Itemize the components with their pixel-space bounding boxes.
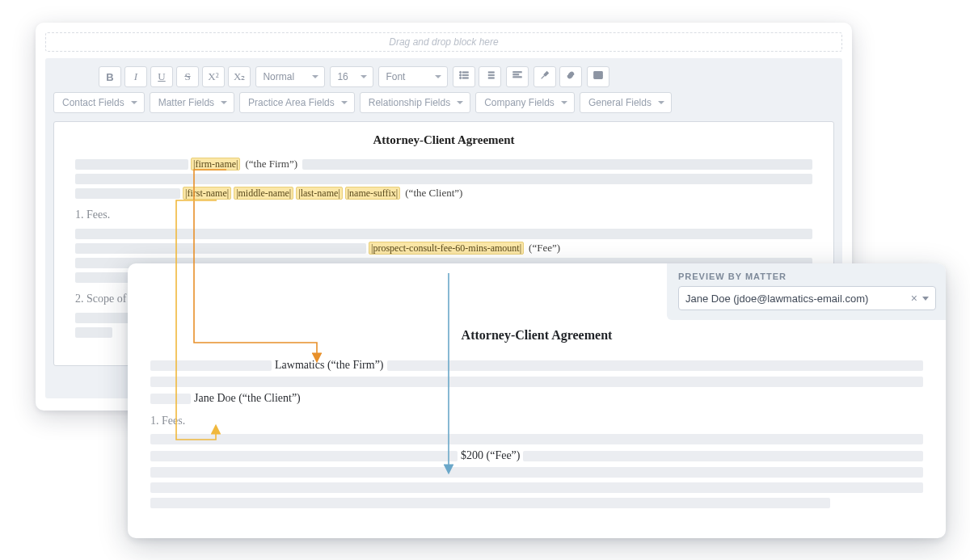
align-left-icon	[512, 69, 523, 84]
numbered-list-button[interactable]	[479, 66, 501, 87]
merge-token-consult-fee[interactable]: |prospect-consult-fee-60-mins-amount|	[369, 242, 524, 255]
svg-point-2	[460, 74, 462, 76]
link-icon	[565, 69, 576, 84]
merge-field-toolbar: Contact Fields Matter Fields Practice Ar…	[53, 92, 834, 113]
paragraph-style-select[interactable]: Normal	[255, 66, 325, 87]
preview-fee-line: $200 (“Fee”)	[461, 449, 520, 462]
svg-rect-10	[513, 74, 519, 75]
bullet-list-button[interactable]	[453, 66, 475, 87]
general-fields-menu[interactable]: General Fields	[580, 92, 672, 113]
format-toolbar: B I U S X² X₂ Normal 16 Font	[53, 66, 834, 87]
merge-token-name-suffix[interactable]: |name-suffix|	[345, 187, 401, 200]
svg-rect-7	[489, 74, 495, 75]
svg-rect-9	[513, 72, 522, 73]
svg-rect-1	[463, 72, 469, 73]
superscript-button[interactable]: X²	[202, 66, 225, 87]
matter-select-value: Jane Doe (jdoe@lawmatics-email.com)	[685, 293, 868, 305]
matter-fields-menu[interactable]: Matter Fields	[150, 92, 234, 113]
image-icon	[593, 69, 604, 84]
strike-button[interactable]: S	[176, 66, 199, 87]
subscript-button[interactable]: X₂	[228, 66, 251, 87]
font-family-select[interactable]: Font	[378, 66, 448, 87]
svg-rect-6	[489, 72, 495, 73]
company-fields-menu[interactable]: Company Fields	[475, 92, 575, 113]
align-button[interactable]	[506, 66, 529, 87]
svg-point-4	[460, 77, 462, 78]
italic-button[interactable]: I	[124, 66, 147, 87]
clear-selection-button[interactable]: ×	[911, 292, 917, 305]
image-button[interactable]	[587, 66, 609, 87]
link-button[interactable]	[559, 66, 582, 87]
contact-fields-menu[interactable]: Contact Fields	[53, 92, 145, 113]
preview-panel: PREVIEW BY MATTER Jane Doe (jdoe@lawmati…	[128, 263, 946, 538]
relationship-fields-menu[interactable]: Relationship Fields	[360, 92, 470, 113]
drop-zone[interactable]: Drag and drop block here	[45, 32, 842, 52]
text-fee: (“Fee”)	[526, 242, 563, 255]
svg-rect-8	[489, 78, 495, 78]
section-fees: 1. Fees.	[75, 208, 812, 221]
merge-token-last-name[interactable]: |last-name|	[296, 187, 342, 200]
chevron-down-icon[interactable]	[922, 297, 929, 301]
svg-point-0	[460, 71, 462, 73]
merge-token-first-name[interactable]: |first-name|	[183, 187, 231, 200]
underline-button[interactable]: U	[150, 66, 173, 87]
svg-rect-5	[463, 78, 469, 78]
document-title: Attorney-Client Agreement	[75, 133, 812, 147]
numbered-list-icon	[484, 69, 496, 84]
matter-select[interactable]: Jane Doe (jdoe@lawmatics-email.com) ×	[678, 286, 936, 310]
font-size-select[interactable]: 16	[330, 66, 373, 87]
svg-rect-11	[513, 77, 522, 78]
eyedropper-icon	[539, 69, 550, 84]
preview-header: PREVIEW BY MATTER Jane Doe (jdoe@lawmati…	[667, 263, 946, 320]
merge-token-middle-name[interactable]: |middle-name|	[234, 187, 293, 200]
color-button[interactable]	[534, 66, 556, 87]
svg-rect-3	[463, 74, 469, 75]
text-the-firm: (“the Firm”)	[242, 158, 300, 171]
merge-token-firm-name[interactable]: |firm-name|	[191, 158, 240, 171]
preview-section-fees: 1. Fees.	[150, 415, 923, 427]
svg-point-13	[597, 74, 598, 75]
preview-document-title: Attorney-Client Agreement	[150, 328, 923, 343]
bold-button[interactable]: B	[99, 66, 121, 87]
practice-area-fields-menu[interactable]: Practice Area Fields	[239, 92, 355, 113]
bullet-list-icon	[458, 69, 470, 84]
text-the-client: (“the Client”)	[403, 187, 465, 200]
preview-label: PREVIEW BY MATTER	[678, 272, 936, 281]
preview-client-line: Jane Doe (“the Client”)	[194, 392, 301, 405]
preview-document: Attorney-Client Agreement Lawmatics (“th…	[128, 328, 946, 529]
preview-firm-line: Lawmatics (“the Firm”)	[275, 359, 384, 372]
